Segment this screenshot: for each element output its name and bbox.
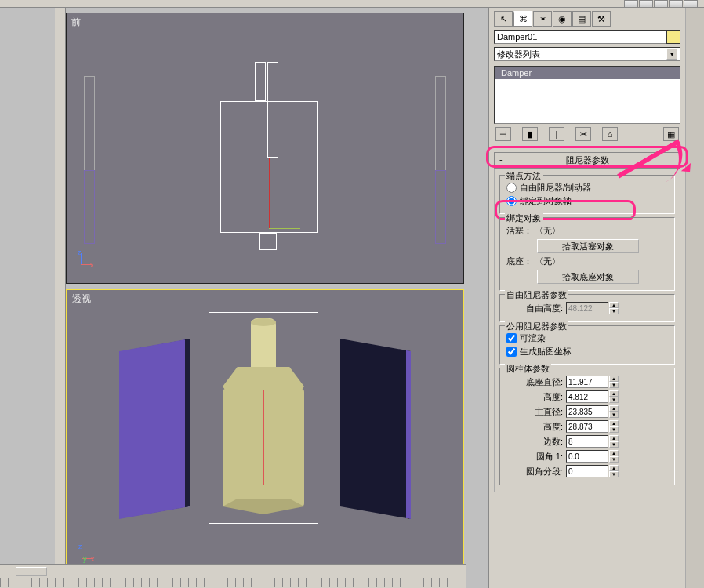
tab-modify[interactable]: ⌘: [513, 11, 532, 27]
free-height-label: 自由高度:: [506, 303, 563, 314]
tab-motion[interactable]: ◉: [553, 11, 572, 27]
persp-axis-z: [263, 390, 264, 485]
make-unique-button[interactable]: |: [549, 127, 564, 141]
wire-right-box-inner: [435, 170, 446, 244]
stack-icon: ▮: [528, 129, 532, 140]
height1-label: 高度:: [506, 391, 563, 403]
sides-label: 边数:: [506, 436, 563, 448]
stack-item-damper[interactable]: Damper: [495, 67, 680, 79]
rollout-damper-params-body: 端点方法 自由阻尼器/制动器 绑定到对象轴 绑定对象 活塞： 〈无〉 拾取活塞对…: [494, 169, 680, 492]
front-axis-z: [269, 158, 270, 228]
wire-damper-base: [259, 233, 277, 250]
tab-create[interactable]: ↖: [494, 11, 513, 27]
radio-bound-axis-row[interactable]: 绑定到对象轴: [506, 195, 670, 207]
modifier-list-dropdown[interactable]: 修改器列表 ▾: [494, 47, 680, 61]
top-tool-5[interactable]: [684, 0, 698, 8]
object-name-input[interactable]: [494, 30, 666, 44]
top-tool-2[interactable]: [639, 0, 653, 8]
time-slider[interactable]: [16, 567, 47, 576]
top-tool-4[interactable]: [669, 0, 683, 8]
base-diameter-spinner[interactable]: ▲▼: [609, 376, 619, 388]
bar-icon: |: [556, 129, 558, 139]
fillet1-label: 圆角 1:: [506, 451, 563, 463]
configure-button[interactable]: ▦: [663, 127, 679, 141]
piston-label: 活塞：: [506, 225, 532, 237]
tab-display[interactable]: ▤: [572, 11, 591, 27]
front-axis-x: [269, 228, 300, 229]
selection-bracket-bottom: [209, 508, 318, 524]
viewport-area: 前 z y x 透视 z y: [0, 8, 466, 564]
common-params-title: 公用阻尼器参数: [505, 321, 568, 332]
lock-stack-button[interactable]: ⌂: [602, 127, 618, 141]
fillet1-input[interactable]: [566, 450, 608, 463]
base-value: 〈无〉: [535, 256, 561, 267]
command-panel-tabs: ↖ ⌘ ✶ ◉ ▤ ⚒: [494, 11, 680, 27]
rollout-toggle-icon: -: [499, 154, 503, 164]
renderable-label: 可渲染: [520, 332, 546, 344]
free-height-spinner: ▲▼: [609, 302, 619, 314]
free-params-title: 自由阻尼器参数: [505, 289, 568, 301]
tab-utilities[interactable]: ⚒: [592, 11, 611, 27]
viewport-perspective[interactable]: 透视 z y x: [66, 289, 464, 579]
bind-object-group: 绑定对象 活塞： 〈无〉 拾取活塞对象 底座： 〈无〉 拾取底座对象: [499, 217, 675, 291]
main-toolbar: [0, 0, 704, 8]
panel-scrollbar[interactable]: [685, 8, 704, 588]
rollout-damper-params-title: 阻尼器参数: [566, 155, 609, 165]
remove-mod-button[interactable]: ✂: [575, 127, 591, 141]
hammer-icon: ⚒: [597, 14, 605, 24]
fillet-seg-spinner[interactable]: ▲▼: [609, 465, 619, 477]
time-ruler: [0, 578, 466, 587]
radio-bound-axis[interactable]: [506, 196, 517, 206]
top-tool-1[interactable]: [624, 0, 638, 8]
doc-icon: ▤: [578, 14, 586, 24]
base-diameter-label: 底座直径:: [506, 376, 563, 388]
pin-icon: ⊣: [499, 129, 507, 140]
bind-object-title: 绑定对象: [505, 212, 543, 224]
base-diameter-input[interactable]: [566, 376, 608, 388]
object-color-swatch[interactable]: [666, 30, 680, 44]
top-tool-3[interactable]: [654, 0, 668, 8]
height1-spinner[interactable]: ▲▼: [609, 390, 619, 403]
viewport-front-label: 前: [67, 13, 463, 31]
link-icon: ⌘: [519, 14, 528, 24]
pick-base-button[interactable]: 拾取底座对象: [537, 270, 639, 284]
tab-hierarchy[interactable]: ✶: [533, 11, 552, 27]
modifier-list-label: 修改器列表: [497, 49, 540, 60]
free-params-group: 自由阻尼器参数 自由高度: ▲▼: [499, 294, 675, 322]
show-result-button[interactable]: ▮: [522, 127, 538, 141]
command-panel: ↖ ⌘ ✶ ◉ ▤ ⚒ 修改器列表 ▾ Damper ⊣ ▮ | ✂ ⌂ ▦: [488, 8, 704, 588]
common-params-group: 公用阻尼器参数 可渲染 生成贴图坐标: [499, 325, 675, 365]
main-diameter-spinner[interactable]: ▲▼: [609, 405, 619, 418]
selection-bracket-top: [209, 312, 318, 328]
height2-input[interactable]: [566, 420, 608, 433]
radio-free-damper-row[interactable]: 自由阻尼器/制动器: [506, 182, 670, 194]
sides-spinner[interactable]: ▲▼: [609, 435, 619, 448]
main-diameter-label: 主直径:: [506, 406, 563, 418]
cylinder-params-title: 圆柱体参数: [505, 363, 551, 375]
renderable-checkbox[interactable]: [506, 333, 517, 343]
pick-piston-button[interactable]: 拾取活塞对象: [537, 239, 639, 253]
front-axis-gizmo: z y x: [78, 250, 100, 272]
pin-stack-button[interactable]: ⊣: [495, 127, 511, 141]
persp-slab-left: [119, 339, 190, 519]
lock-icon: ⌂: [608, 129, 613, 139]
viewport-front[interactable]: 前 z y x: [66, 13, 464, 284]
height1-input[interactable]: [566, 390, 608, 403]
fillet-seg-input[interactable]: [566, 465, 608, 477]
height2-spinner[interactable]: ▲▼: [609, 420, 619, 433]
modifier-stack[interactable]: Damper: [494, 66, 680, 124]
main-diameter-input[interactable]: [566, 405, 608, 418]
sides-input[interactable]: [566, 435, 608, 448]
config-icon: ▦: [667, 129, 675, 140]
fillet1-spinner[interactable]: ▲▼: [609, 450, 619, 463]
wire-left-box-inner: [84, 170, 95, 244]
cylinder-params-group: 圆柱体参数 底座直径:▲▼ 高度:▲▼ 主直径:▲▼ 高度:▲▼ 边数:▲▼ 圆…: [499, 368, 675, 485]
gen-mapping-checkbox[interactable]: [506, 347, 517, 357]
timeline[interactable]: [0, 564, 466, 588]
end-method-group: 端点方法 自由阻尼器/制动器 绑定到对象轴: [499, 175, 675, 214]
compass-icon: ✶: [539, 14, 546, 24]
radio-free-damper[interactable]: [506, 183, 517, 193]
end-method-title: 端点方法: [505, 170, 543, 182]
gen-mapping-label: 生成贴图坐标: [520, 346, 572, 358]
rollout-damper-params-header[interactable]: - 阻尼器参数: [494, 152, 680, 169]
